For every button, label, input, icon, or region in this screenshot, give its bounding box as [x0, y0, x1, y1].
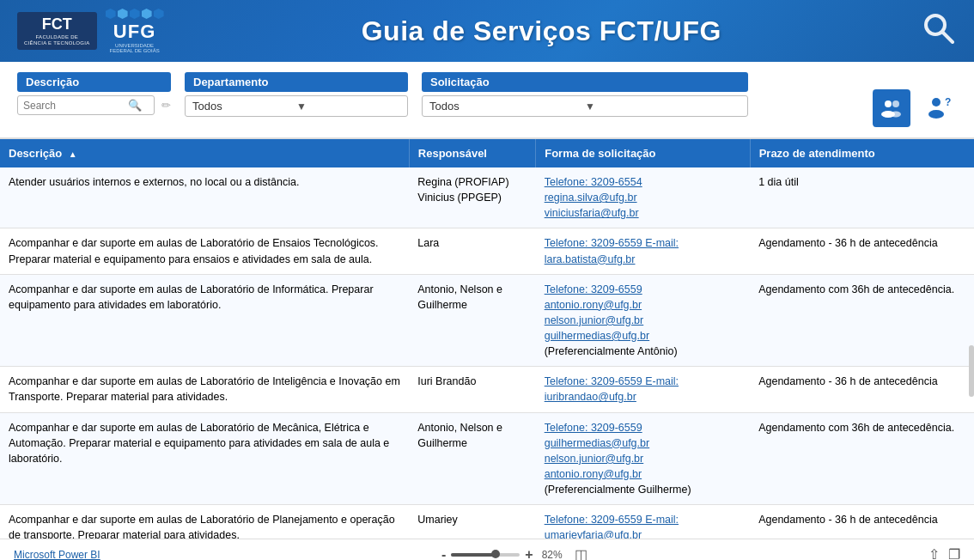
hex1 — [106, 9, 116, 19]
fct-logo: FCT FACULDADE DECIÊNCIA E TECNOLOGIA — [17, 12, 97, 50]
cell-responsavel: Iuri Brandão — [409, 367, 535, 412]
share-icon[interactable]: ⇧ — [928, 546, 940, 560]
cell-prazo: Agendamento com 36h de antecedência. — [750, 274, 974, 367]
forma-link[interactable]: guilhermedias@ufg.br — [545, 330, 649, 342]
fct-sub: FACULDADE DECIÊNCIA E TECNOLOGIA — [24, 34, 90, 46]
services-table: Descrição ▲ Responsável Forma de solicit… — [0, 139, 974, 539]
forma-link[interactable]: guilhermedias@ufg.br — [545, 437, 649, 449]
forma-text: (Preferencialmente Antônio) — [545, 345, 678, 357]
zoom-slider-fill — [451, 553, 496, 557]
search-icon: 🔍 — [128, 99, 142, 112]
filter-departamento-group: Departamento Todos ▼ — [185, 72, 408, 117]
cell-prazo: Agendamento - 36 h de antecedência — [750, 367, 974, 412]
cell-responsavel: Antonio, Nelson e Guilherme — [409, 274, 535, 367]
header-search-icon — [919, 9, 957, 54]
table-row: Acompanhar e dar suporte em aulas de Lab… — [0, 274, 974, 367]
cell-forma: Telefone: 3209-6559 E-mail:umarieyfaria@… — [536, 505, 750, 539]
cell-prazo: Agendamento - 36 h de antecedência — [750, 505, 974, 539]
forma-link[interactable]: antonio.rony@ufg.br — [545, 299, 642, 311]
cell-descricao: Atender usuários internos e externos, no… — [0, 167, 409, 228]
hex3 — [130, 9, 140, 19]
zoom-slider[interactable] — [451, 553, 520, 557]
header: FCT FACULDADE DECIÊNCIA E TECNOLOGIA UFG… — [0, 0, 974, 62]
cell-responsavel: Regina (PROFIAP) Vinicius (PPGEP) — [409, 167, 535, 228]
forma-link[interactable]: nelson.junior@ufg.br — [545, 314, 644, 326]
forma-link[interactable]: viniciusfaria@ufg.br — [545, 207, 639, 219]
svg-point-7 — [928, 110, 944, 119]
hex2 — [118, 9, 128, 19]
footer: Microsoft Power BI - + 82% ◫ ⇧ ❐ — [0, 539, 974, 560]
forma-link[interactable]: Telefone: 3209-6554 — [545, 176, 642, 188]
cell-prazo: Agendamento com 36h de antecedência. — [750, 412, 974, 505]
hex4 — [142, 9, 152, 19]
fit-screen-icon[interactable]: ◫ — [575, 546, 587, 560]
table-header-row: Descrição ▲ Responsável Forma de solicit… — [0, 139, 974, 167]
chevron-down-icon-2: ▼ — [585, 100, 740, 113]
cell-descricao: Acompanhar e dar suporte em aulas de Lab… — [0, 228, 409, 274]
ufg-hexagons — [106, 9, 164, 19]
pencil-icon[interactable]: ✏ — [161, 99, 171, 112]
ufg-text: UFG — [113, 21, 155, 43]
forma-link[interactable]: iuribrandao@ufg.br — [545, 391, 636, 403]
svg-text:?: ? — [945, 96, 951, 108]
solicitacao-value: Todos — [429, 100, 585, 113]
cell-forma: Telefone: 3209-6559 E-mail:lara.batista@… — [536, 228, 750, 274]
cell-forma: Telefone: 3209-6559antonio.rony@ufg.brne… — [536, 274, 750, 367]
svg-point-2 — [885, 100, 892, 107]
cell-prazo: 1 dia útil — [750, 167, 974, 228]
forma-link[interactable]: nelson.junior@ufg.br — [545, 453, 644, 465]
forma-link[interactable]: Telefone: 3209-6559 — [545, 422, 642, 434]
departamento-select[interactable]: Todos ▼ — [185, 95, 408, 117]
footer-icons: ⇧ ❐ — [928, 546, 960, 560]
scrollbar[interactable] — [969, 345, 974, 397]
group-icon-button[interactable] — [873, 89, 910, 127]
zoom-plus-button[interactable]: + — [525, 547, 533, 561]
forma-link[interactable]: Telefone: 3209-6559 — [545, 283, 642, 295]
cell-descricao: Acompanhar e dar suporte em aulas de Lab… — [0, 274, 409, 367]
zoom-minus-button[interactable]: - — [441, 547, 446, 561]
cell-prazo: Agendamento - 36 h de antecedência — [750, 228, 974, 274]
table-row: Acompanhar e dar suporte em aulas de Lab… — [0, 367, 974, 412]
zoom-slider-thumb[interactable] — [491, 550, 500, 558]
hex5 — [154, 9, 164, 19]
descricao-label: Descrição — [17, 72, 171, 92]
filter-action-icons: ? — [873, 89, 957, 127]
cell-responsavel: Antonio, Nelson e Guilherme — [409, 412, 535, 505]
person-question-icon-button[interactable]: ? — [919, 89, 957, 127]
forma-link[interactable]: Telefone: 3209-6559 E-mail: — [545, 514, 679, 526]
svg-point-3 — [892, 100, 899, 107]
cell-responsavel: Lara — [409, 228, 535, 274]
forma-link[interactable]: lara.batista@ufg.br — [545, 253, 636, 265]
forma-link[interactable]: Telefone: 3209-6559 E-mail: — [545, 375, 679, 387]
table-row: Acompanhar e dar suporte em aulas de Lab… — [0, 412, 974, 505]
col-header-forma[interactable]: Forma de solicitação — [536, 139, 750, 167]
table-row: Acompanhar e dar suporte em aulas de Lab… — [0, 505, 974, 539]
forma-link[interactable]: antonio.rony@ufg.br — [545, 468, 642, 480]
zoom-percent-label: 82% — [542, 549, 563, 561]
forma-link[interactable]: Telefone: 3209-6559 E-mail: — [545, 237, 679, 249]
powerbi-link[interactable]: Microsoft Power BI — [14, 549, 100, 561]
cell-descricao: Acompanhar e dar suporte em aulas de Lab… — [0, 412, 409, 505]
col-header-responsavel[interactable]: Responsável — [409, 139, 535, 167]
filter-solicitacao-group: Solicitação Todos ▼ — [422, 72, 748, 117]
descricao-input[interactable] — [23, 100, 126, 112]
header-title: Guia de Serviços FCT/UFG — [164, 15, 919, 47]
forma-link[interactable]: umarieyfaria@ufg.br — [545, 529, 642, 539]
solicitacao-select[interactable]: Todos ▼ — [422, 95, 748, 117]
col-header-prazo[interactable]: Prazo de atendimento — [750, 139, 974, 167]
forma-link[interactable]: regina.silva@ufg.br — [545, 192, 637, 204]
svg-line-1 — [942, 32, 953, 42]
col-header-descricao[interactable]: Descrição ▲ — [0, 139, 409, 167]
table-row: Acompanhar e dar suporte em aulas de Lab… — [0, 228, 974, 274]
ufg-sub: UNIVERSIDADEFEDERAL DE GOIÁS — [110, 43, 160, 53]
filter-descricao-group: Descrição 🔍 ✏ — [17, 72, 171, 115]
table-area: Descrição ▲ Responsável Forma de solicit… — [0, 138, 974, 539]
fullscreen-icon[interactable]: ❐ — [948, 546, 960, 560]
cell-responsavel: Umariey — [409, 505, 535, 539]
departamento-value: Todos — [192, 100, 296, 113]
cell-forma: Telefone: 3209-6559guilhermedias@ufg.brn… — [536, 412, 750, 505]
zoom-controls: - + 82% ◫ — [441, 546, 587, 560]
cell-forma: Telefone: 3209-6559 E-mail:iuribrandao@u… — [536, 367, 750, 412]
descricao-search-box[interactable]: 🔍 — [17, 95, 155, 115]
chevron-down-icon: ▼ — [296, 100, 400, 113]
